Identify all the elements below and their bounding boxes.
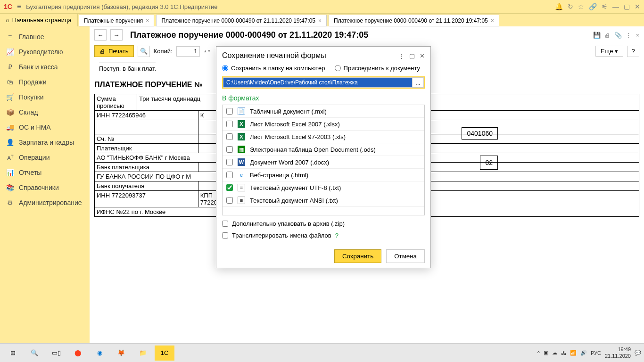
sidebar-item-warehouse[interactable]: 📦Склад bbox=[0, 105, 90, 120]
format-item-txt-ansi[interactable]: ≡Текстовый документ ANSI (.txt) bbox=[223, 194, 424, 207]
format-item-txt-utf8[interactable]: ≡Текстовый документ UTF-8 (.txt) bbox=[223, 181, 424, 194]
sidebar-label: ОС и НМА bbox=[19, 123, 51, 131]
star-icon[interactable]: ☆ bbox=[578, 3, 584, 10]
format-list[interactable]: 📄Табличный документ (.mxl) XЛист Microso… bbox=[222, 105, 425, 215]
print-icon[interactable]: 🖨 bbox=[604, 32, 611, 39]
close-icon[interactable]: ✕ bbox=[635, 3, 640, 10]
edge-icon[interactable]: ◉ bbox=[90, 346, 109, 361]
wifi-icon[interactable]: 📶 bbox=[570, 350, 577, 356]
format-checkbox[interactable] bbox=[226, 159, 233, 165]
save-button[interactable]: Сохранить bbox=[334, 249, 381, 263]
firefox-icon[interactable]: 🦊 bbox=[111, 346, 131, 361]
format-item-docx[interactable]: WДокумент Word 2007 (.docx) bbox=[223, 156, 424, 169]
sidebar-item-reports[interactable]: 📊Отчеты bbox=[0, 165, 90, 180]
radio-row: Сохранить в папку на компьютер Присоедин… bbox=[222, 65, 425, 72]
dialog-maximize-icon[interactable]: ▢ bbox=[409, 52, 415, 59]
format-checkbox[interactable] bbox=[226, 172, 233, 178]
attach-icon[interactable]: 📎 bbox=[614, 32, 622, 39]
more-button[interactable]: Еще ▾ bbox=[595, 46, 623, 57]
sidebar-label: Склад bbox=[19, 108, 38, 116]
dialog-close-icon[interactable]: ✕ bbox=[420, 52, 425, 59]
format-checkbox[interactable] bbox=[226, 197, 233, 204]
yandex-icon[interactable]: ⬤ bbox=[68, 346, 88, 361]
save-icon[interactable]: 💾 bbox=[593, 32, 601, 39]
history-icon[interactable]: ↻ bbox=[568, 3, 573, 10]
onedrive-icon[interactable]: ☁ bbox=[552, 350, 557, 356]
print-button[interactable]: 🖨 Печать bbox=[94, 45, 134, 57]
more-icon[interactable]: ⋮ bbox=[626, 32, 632, 39]
sidebar-item-manager[interactable]: 📈Руководителю bbox=[0, 44, 90, 59]
sidebar-item-purchases[interactable]: 🛒Покупки bbox=[0, 90, 90, 105]
sidebar-item-payroll[interactable]: 👤Зарплата и кадры bbox=[0, 135, 90, 150]
link-icon[interactable]: 🔗 bbox=[589, 3, 597, 10]
sidebar-item-main[interactable]: ≡Главное bbox=[0, 29, 90, 44]
sidebar-item-assets[interactable]: 🚚ОС и НМА bbox=[0, 120, 90, 135]
format-item-html[interactable]: eВеб-страница (.html) bbox=[223, 169, 424, 181]
path-row: ... bbox=[222, 76, 425, 89]
sidebar-item-operations[interactable]: ᴀᵀОперации bbox=[0, 150, 90, 165]
forward-button[interactable]: → bbox=[110, 29, 123, 41]
radio-save-folder[interactable]: Сохранить в папку на компьютер bbox=[222, 65, 325, 72]
help-button[interactable]: ? bbox=[627, 46, 639, 57]
tab-close-icon[interactable]: × bbox=[491, 17, 494, 24]
format-item-xlsx[interactable]: XЛист Microsoft Excel 2007 (.xlsx) bbox=[223, 118, 424, 131]
1c-task-icon[interactable]: 1C bbox=[155, 346, 174, 361]
help-link[interactable]: ? bbox=[335, 232, 339, 239]
path-input[interactable] bbox=[223, 77, 413, 88]
opt-zip-row[interactable]: Дополнительно упаковать в архив (.zip) bbox=[222, 220, 425, 227]
radio-attach-input[interactable] bbox=[335, 65, 341, 71]
truck-icon: 🚚 bbox=[6, 123, 14, 131]
format-checkbox[interactable] bbox=[226, 108, 233, 115]
radio-attach[interactable]: Присоединить к документу bbox=[335, 65, 421, 72]
zip-checkbox[interactable] bbox=[222, 221, 228, 227]
sidebar-item-admin[interactable]: ⚙Администрирование bbox=[0, 195, 90, 210]
copies-input[interactable] bbox=[176, 46, 200, 57]
tab-close-icon[interactable]: × bbox=[146, 17, 149, 24]
formats-label: В форматах bbox=[222, 94, 425, 102]
spinner-icon[interactable]: ▲▼ bbox=[204, 49, 211, 53]
clock[interactable]: 19:49 21.11.2020 bbox=[605, 346, 631, 359]
task-view-button[interactable]: ▭▯ bbox=[46, 346, 66, 361]
format-checkbox[interactable] bbox=[226, 146, 233, 153]
dialog-menu-icon[interactable]: ⋮ bbox=[398, 52, 405, 59]
ods-icon: ▦ bbox=[238, 146, 245, 153]
radio-folder-input[interactable] bbox=[222, 65, 228, 71]
ruble-icon: ₽ bbox=[6, 63, 14, 71]
preview-button[interactable]: 🔍 bbox=[138, 46, 150, 57]
opt-translit-row[interactable]: Транслитерировать имена файлов ? bbox=[222, 232, 425, 239]
network-icon[interactable]: 🖧 bbox=[561, 350, 566, 356]
format-checkbox[interactable] bbox=[226, 121, 233, 127]
tab-1[interactable]: Платежное поручение 0000-000490 от 21.11… bbox=[156, 15, 327, 26]
volume-icon[interactable]: 🔊 bbox=[580, 350, 587, 356]
format-item-mxl[interactable]: 📄Табличный документ (.mxl) bbox=[223, 105, 424, 118]
sidebar-item-bank[interactable]: ₽Банк и касса bbox=[0, 59, 90, 74]
notifications-icon[interactable]: 💬 bbox=[635, 350, 641, 356]
settings-icon[interactable]: ⚟ bbox=[602, 3, 608, 10]
tab-2[interactable]: Платежное поручение 0000-000490 от 21.11… bbox=[329, 15, 499, 26]
search-button[interactable]: 🔍 bbox=[25, 346, 44, 361]
content-header: ← → Платежное поручение 0000-000490 от 2… bbox=[90, 26, 644, 43]
cancel-button[interactable]: Отмена bbox=[386, 249, 425, 263]
home-tab[interactable]: ⌂ Начальная страница bbox=[0, 14, 78, 26]
format-checkbox[interactable] bbox=[226, 184, 233, 191]
bell-icon[interactable]: 🔔 bbox=[555, 3, 563, 10]
format-item-ods[interactable]: ▦Электронная таблица Open Document (.ods… bbox=[223, 143, 424, 156]
browse-button[interactable]: ... bbox=[413, 77, 424, 88]
translit-checkbox[interactable] bbox=[222, 232, 228, 239]
minimize-icon[interactable]: — bbox=[612, 3, 619, 10]
close-panel-icon[interactable]: × bbox=[636, 32, 639, 39]
back-button[interactable]: ← bbox=[94, 29, 107, 41]
tab-close-icon[interactable]: × bbox=[318, 17, 322, 24]
sidebar-item-references[interactable]: 📚Справочники bbox=[0, 180, 90, 195]
language-indicator[interactable]: РУС bbox=[591, 350, 601, 356]
format-checkbox[interactable] bbox=[226, 133, 233, 140]
tray-app-icon[interactable]: ▣ bbox=[544, 350, 548, 356]
sidebar-item-sales[interactable]: 🛍Продажи bbox=[0, 74, 90, 90]
menu-icon[interactable]: ≡ bbox=[17, 2, 21, 11]
tray-expand-icon[interactable]: ^ bbox=[537, 350, 540, 356]
format-item-xls[interactable]: XЛист Microsoft Excel 97-2003 (.xls) bbox=[223, 131, 424, 143]
explorer-icon[interactable]: 📁 bbox=[133, 346, 153, 361]
start-button[interactable]: ⊞ bbox=[3, 346, 23, 361]
tab-0[interactable]: Платежные поручения × bbox=[79, 15, 155, 26]
maximize-icon[interactable]: ▢ bbox=[624, 3, 630, 10]
